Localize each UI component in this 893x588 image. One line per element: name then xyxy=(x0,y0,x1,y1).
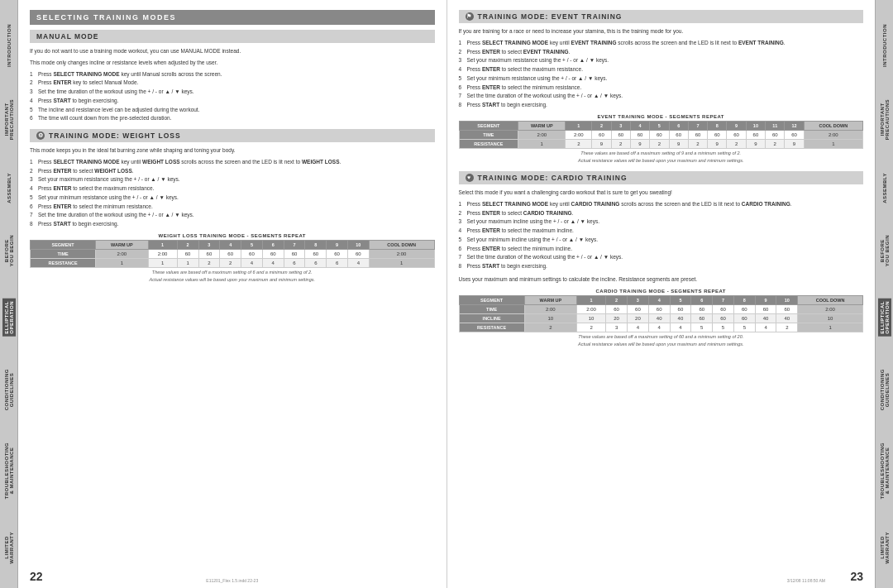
left-tab-before[interactable]: BeforeYou Begin xyxy=(4,235,14,266)
event-training-table-title: EVENT TRAINING MODE - SEGMENTS REPEAT xyxy=(459,114,864,119)
wl-step-2: 2Press ENTER to select WEIGHT LOSS. xyxy=(30,167,435,175)
manual-step-2: 2Press ENTER key to select Manual Mode. xyxy=(30,79,435,87)
weight-loss-table-section: WEIGHT LOSS TRAINING MODE - SEGMENTS REP… xyxy=(30,233,435,284)
event-training-table-section: EVENT TRAINING MODE - SEGMENTS REPEAT SE… xyxy=(459,114,864,165)
et-col-6: 6 xyxy=(669,121,688,130)
wl-time-6: 60 xyxy=(262,249,284,258)
wl-resistance-warmup: 1 xyxy=(96,258,148,267)
cardio-table-note0: Uses your maximum and minimum settings t… xyxy=(459,275,864,284)
et-step-1: 1Press SELECT TRAINING MODE key until EV… xyxy=(459,39,864,47)
wl-time-label: TIME xyxy=(31,249,96,258)
wl-time-cooldown: 2:00 xyxy=(369,249,434,258)
main-content: SELECTING TRAINING MODES MANUAL MODE If … xyxy=(18,0,875,588)
weight-loss-table-title: WEIGHT LOSS TRAINING MODE - SEGMENTS REP… xyxy=(30,233,435,238)
et-col-2: 2 xyxy=(592,121,611,130)
weight-loss-table: SEGMENT WARM UP 1 2 3 4 5 6 7 8 9 10 COO… xyxy=(30,240,435,268)
wl-row-time: TIME 2:00 2:00 60 60 60 60 60 60 60 60 6… xyxy=(31,249,435,258)
weight-loss-intro: This mode keeps you in the ideal fat bur… xyxy=(30,146,435,155)
right-side-tabs: Introduction ImportantPrecautions Assemb… xyxy=(875,0,893,588)
manual-intro2: This mode only changes incline or resist… xyxy=(30,59,435,67)
cardio-training-icon: ♥ xyxy=(466,174,474,182)
manual-mode-header: MANUAL MODE xyxy=(30,30,435,43)
et-col-3: 3 xyxy=(611,121,630,130)
ct-resistance-label: RESISTANCE xyxy=(459,323,524,332)
ct-step-5: 5Set your minimum incline using the + / … xyxy=(459,236,864,244)
cardio-training-steps: 1Press SELECT TRAINING MODE key until CA… xyxy=(459,200,864,270)
et-step-5: 5Set your minimum resistance using the +… xyxy=(459,74,864,83)
ct-row-incline: INCLINE 10 10 20 20 40 40 60 60 60 40 40… xyxy=(459,313,863,323)
wl-col-segment: SEGMENT xyxy=(31,240,96,249)
wl-col-10: 10 xyxy=(347,240,369,249)
et-col-1: 1 xyxy=(566,121,592,130)
wl-step-3: 3Set your maximum resistance using the +… xyxy=(30,175,435,184)
ct-col-10: 10 xyxy=(776,295,798,304)
ct-col-warmup: WARM UP xyxy=(524,295,576,304)
right-page-number: 23 xyxy=(850,570,863,583)
ct-col-3: 3 xyxy=(628,295,649,304)
wl-time-10: 60 xyxy=(347,249,369,258)
manual-mode-title: MANUAL MODE xyxy=(36,32,99,41)
left-tab-introduction[interactable]: Introduction xyxy=(7,24,12,67)
et-col-4: 4 xyxy=(630,121,649,130)
ct-col-9: 9 xyxy=(755,295,776,304)
wl-resistance-2: 1 xyxy=(177,258,198,267)
et-col-warmup: WARM UP xyxy=(518,121,566,130)
right-tab-troubleshooting[interactable]: Troubleshooting& Maintenance xyxy=(880,442,890,500)
wl-resistance-6: 4 xyxy=(262,258,284,267)
ct-col-4: 4 xyxy=(648,295,670,304)
wl-step-5: 5Set your minimum resistance using the +… xyxy=(30,194,435,202)
wl-col-warmup: WARM UP xyxy=(96,240,148,249)
manual-intro1: If you do not want to use a training mod… xyxy=(30,47,435,55)
ct-col-2: 2 xyxy=(606,295,628,304)
et-col-11: 11 xyxy=(766,121,785,130)
manual-step-4: 4Press START to begin exercising. xyxy=(30,97,435,105)
right-tab-before[interactable]: BeforeYou Begin xyxy=(880,235,890,266)
right-tab-precautions[interactable]: ImportantPrecautions xyxy=(880,99,890,140)
ct-col-5: 5 xyxy=(670,295,691,304)
left-tab-warranty[interactable]: LimitedWarranty xyxy=(4,532,14,564)
et-row-resistance: RESISTANCE 1 2 9 2 9 2 9 2 9 2 9 2 9 xyxy=(459,139,863,148)
weight-loss-note2: Actual resistance values will be based u… xyxy=(30,277,435,284)
ct-incline-label: INCLINE xyxy=(459,313,524,323)
wl-col-5: 5 xyxy=(241,240,263,249)
left-tab-conditioning[interactable]: ConditioningGuidelines xyxy=(4,369,14,410)
ct-step-6: 6Press ENTER to select the minimum incli… xyxy=(459,245,864,253)
left-tab-operation[interactable]: EllipticalOperation xyxy=(2,299,16,337)
wl-step-1: 1Press SELECT TRAINING MODE key until WE… xyxy=(30,158,435,166)
weight-loss-icon: ⚙ xyxy=(36,131,45,140)
right-tab-conditioning[interactable]: ConditioningGuidelines xyxy=(880,369,890,410)
cardio-note2: Actual resistance values will be based u… xyxy=(459,342,864,348)
event-training-title: TRAINING MODE: EVENT TRAINING xyxy=(478,12,623,21)
wl-step-6: 6Press ENTER to select the minimum resis… xyxy=(30,203,435,211)
event-training-table: SEGMENT WARM UP 1 2 3 4 5 6 7 8 9 10 11 … xyxy=(459,121,864,149)
event-note1: These values are based off a maximum set… xyxy=(459,151,864,157)
cardio-training-table-section: CARDIO TRAINING MODE - SEGMENTS REPEAT S… xyxy=(459,289,864,348)
right-tab-assembly[interactable]: Assembly xyxy=(882,173,887,203)
left-tab-assembly[interactable]: Assembly xyxy=(7,173,12,203)
wl-col-cooldown: COOL DOWN xyxy=(369,240,434,249)
left-tab-troubleshooting[interactable]: Troubleshooting& Maintenance xyxy=(4,442,14,500)
wl-col-7: 7 xyxy=(284,240,305,249)
weight-loss-steps: 1Press SELECT TRAINING MODE key until WE… xyxy=(30,158,435,228)
wl-col-6: 6 xyxy=(262,240,284,249)
wl-step-8: 8Press START to begin exercising. xyxy=(30,220,435,228)
ct-row-time: TIME 2:00 2:00 60 60 60 60 60 60 60 60 6… xyxy=(459,304,863,313)
ct-col-8: 8 xyxy=(733,295,755,304)
left-tab-precautions[interactable]: ImportantPrecautions xyxy=(4,99,14,140)
left-page-number: 22 xyxy=(30,570,43,583)
date-info-text: 3/12/08 11:08:50 AM xyxy=(787,578,825,583)
wl-time-warmup: 2:00 xyxy=(96,249,148,258)
right-tab-introduction[interactable]: Introduction xyxy=(882,24,887,67)
ct-row-resistance: RESISTANCE 2 2 3 4 4 4 5 5 5 4 2 1 xyxy=(459,323,863,332)
left-page: SELECTING TRAINING MODES MANUAL MODE If … xyxy=(18,0,447,588)
right-tab-operation[interactable]: EllipticalOperation xyxy=(878,299,891,337)
event-training-icon: ⚑ xyxy=(466,12,474,21)
et-step-3: 3Set your maximum resistance using the +… xyxy=(459,56,864,65)
right-tab-warranty[interactable]: LimitedWarranty xyxy=(880,532,890,564)
wl-col-1: 1 xyxy=(148,240,177,249)
wl-resistance-7: 6 xyxy=(284,258,305,267)
ct-time-label: TIME xyxy=(459,304,524,313)
wl-time-3: 60 xyxy=(198,249,220,258)
wl-time-8: 60 xyxy=(305,249,327,258)
manual-step-6: 6The time will count down from the pre-s… xyxy=(30,114,435,122)
